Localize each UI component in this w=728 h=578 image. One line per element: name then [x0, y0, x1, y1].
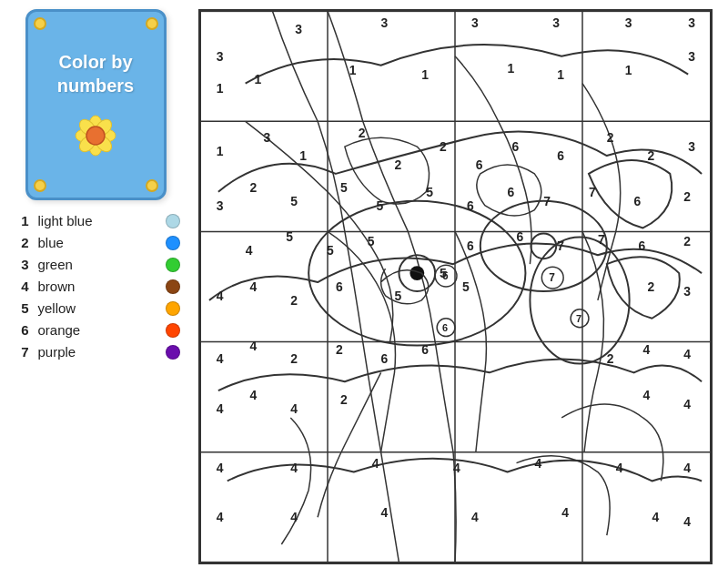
svg-text:6: 6 [475, 157, 482, 172]
legend-label: orange [38, 322, 157, 338]
legend-item-light blue: 1 light blue [16, 213, 180, 228]
corner-tl [34, 17, 46, 30]
legend-color-dot [166, 345, 180, 360]
legend-number: 5 [16, 300, 29, 316]
legend-color-dot [166, 301, 180, 316]
svg-text:4: 4 [216, 351, 223, 366]
svg-text:2: 2 [647, 279, 654, 294]
legend-item-orange: 6 orange [16, 322, 180, 338]
main-container: Color by numbers [0, 0, 728, 578]
svg-point-8 [86, 127, 105, 145]
svg-text:2: 2 [358, 126, 365, 140]
svg-text:5: 5 [327, 243, 334, 258]
title-card: Color by numbers [25, 9, 167, 200]
svg-text:3: 3 [263, 130, 270, 145]
legend-label: blue [38, 235, 157, 250]
svg-text:5: 5 [376, 198, 383, 213]
svg-text:6: 6 [511, 139, 519, 154]
svg-text:1: 1 [216, 144, 223, 158]
svg-text:5: 5 [426, 185, 433, 199]
svg-text:4: 4 [216, 510, 223, 524]
svg-text:1: 1 [349, 63, 356, 77]
legend-color-dot [166, 214, 180, 228]
legend-item-green: 3 green [16, 257, 180, 272]
svg-text:3: 3 [216, 49, 223, 64]
svg-text:4: 4 [245, 243, 252, 258]
legend-item-brown: 4 brown [16, 279, 180, 294]
svg-text:3: 3 [688, 139, 695, 154]
svg-text:2: 2 [683, 189, 691, 204]
svg-text:1: 1 [624, 63, 632, 77]
coloring-area: 3 3 3 3 3 3 3 1 1 1 1 1 1 1 3 1 3 1 [198, 9, 713, 564]
svg-text:4: 4 [561, 505, 569, 520]
legend-label: yellow [38, 300, 157, 316]
legend-label: light blue [38, 213, 157, 228]
svg-text:6: 6 [516, 229, 523, 244]
right-panel: 3 3 3 3 3 3 3 1 1 1 1 1 1 1 3 1 3 1 [191, 9, 719, 564]
svg-text:4: 4 [642, 342, 650, 357]
svg-text:4: 4 [683, 461, 691, 475]
svg-text:2: 2 [335, 342, 342, 357]
svg-text:3: 3 [688, 15, 695, 30]
svg-text:2: 2 [683, 234, 691, 248]
svg-text:4: 4 [216, 461, 223, 475]
svg-text:5: 5 [394, 289, 401, 303]
svg-text:6: 6 [442, 269, 449, 282]
legend-item-blue: 2 blue [16, 235, 180, 250]
svg-text:6: 6 [466, 198, 473, 213]
corner-br [146, 179, 158, 192]
legend-number: 1 [16, 213, 29, 228]
svg-text:1: 1 [254, 72, 261, 86]
svg-text:2: 2 [394, 157, 401, 172]
svg-text:5: 5 [286, 229, 293, 244]
svg-text:6: 6 [507, 185, 514, 199]
legend-label: brown [38, 279, 157, 294]
svg-text:4: 4 [534, 456, 541, 471]
svg-text:2: 2 [440, 139, 447, 154]
legend-number: 2 [16, 235, 29, 250]
svg-text:7: 7 [588, 185, 595, 199]
legend-color-dot [166, 258, 180, 272]
svg-text:2: 2 [339, 392, 347, 407]
legend-color-dot [166, 323, 180, 338]
svg-text:4: 4 [216, 401, 223, 416]
svg-text:3: 3 [683, 284, 691, 299]
svg-text:4: 4 [453, 461, 460, 475]
svg-text:4: 4 [380, 505, 388, 520]
svg-text:4: 4 [249, 388, 257, 402]
svg-text:5: 5 [461, 279, 469, 294]
svg-text:5: 5 [367, 234, 374, 248]
svg-text:4: 4 [290, 461, 298, 475]
svg-text:4: 4 [683, 397, 691, 411]
legend-number: 7 [16, 344, 29, 360]
svg-text:7: 7 [557, 238, 564, 253]
svg-text:2: 2 [606, 351, 613, 366]
corner-tr [146, 17, 158, 30]
svg-text:5: 5 [290, 194, 298, 208]
svg-text:3: 3 [295, 22, 302, 36]
svg-text:3: 3 [624, 15, 632, 30]
color-legend: 1 light blue 2 blue 3 green 4 brown 5 ye… [12, 213, 180, 360]
svg-text:5: 5 [339, 180, 347, 195]
svg-text:6: 6 [557, 148, 564, 163]
legend-color-dot [166, 236, 180, 250]
svg-text:6: 6 [421, 342, 429, 357]
svg-text:4: 4 [642, 388, 650, 402]
svg-text:4: 4 [216, 289, 223, 303]
svg-text:1: 1 [557, 67, 564, 82]
svg-text:6: 6 [380, 351, 388, 366]
svg-text:2: 2 [290, 293, 298, 308]
svg-text:2: 2 [290, 351, 298, 366]
flower-decoration [72, 112, 119, 159]
svg-text:7: 7 [597, 232, 604, 247]
legend-number: 3 [16, 257, 29, 272]
svg-text:3: 3 [470, 15, 478, 30]
svg-text:4: 4 [290, 401, 298, 416]
svg-text:4: 4 [290, 510, 298, 524]
svg-text:3: 3 [688, 49, 695, 64]
legend-number: 4 [16, 279, 29, 294]
legend-item-yellow: 5 yellow [16, 300, 180, 316]
svg-text:6: 6 [633, 194, 641, 208]
svg-text:4: 4 [470, 510, 478, 524]
card-title: Color by numbers [28, 50, 164, 97]
